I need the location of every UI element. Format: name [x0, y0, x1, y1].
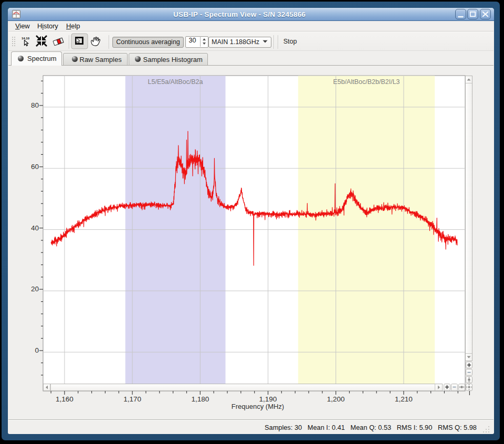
svg-text:1,200: 1,200: [327, 395, 345, 403]
svg-text:E5b/AltBoc/B2b/B2I/L3: E5b/AltBoc/B2b/B2I/L3: [333, 78, 400, 86]
svg-text:80: 80: [31, 101, 39, 109]
svg-text:1,190: 1,190: [259, 395, 277, 403]
svg-text:1,180: 1,180: [191, 395, 209, 403]
svg-text:1,210: 1,210: [395, 395, 413, 403]
svg-text:1,170: 1,170: [123, 395, 141, 403]
svg-text:1,160: 1,160: [56, 395, 74, 403]
svg-text:60: 60: [31, 163, 39, 171]
svg-text:Frequency (MHz): Frequency (MHz): [232, 403, 284, 410]
svg-text:20: 20: [31, 285, 39, 293]
svg-text:0: 0: [35, 346, 39, 354]
svg-text:40: 40: [31, 224, 39, 232]
svg-text:L5/E5a/AltBoc/B2a: L5/E5a/AltBoc/B2a: [148, 78, 203, 86]
